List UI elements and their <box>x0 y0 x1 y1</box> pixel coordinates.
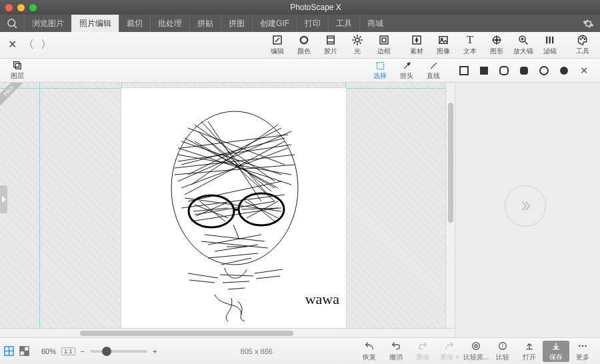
compare-button[interactable]: 比较 <box>489 341 516 362</box>
revert-icon <box>391 341 401 352</box>
light-button[interactable]: 光 <box>344 34 371 56</box>
compare-icon <box>497 341 508 352</box>
more-icon <box>577 341 588 352</box>
line-tool[interactable]: 直线 <box>420 60 447 81</box>
secondary-toolbar: 图层 选择 箭头 直线 ✕ <box>0 59 600 83</box>
filter-button[interactable]: 滤镜 <box>537 34 563 56</box>
edit-tool-group: 编辑 颜色 胶片 光 边框 <box>264 34 397 56</box>
canvas-viewport[interactable]: wawa <box>0 83 455 337</box>
tab-combine[interactable]: 拼图 <box>221 15 252 32</box>
redo-button[interactable]: 重做 <box>409 341 436 362</box>
image-button[interactable]: 图像 <box>430 34 457 56</box>
tab-photo-editor[interactable]: 照片编辑 <box>71 15 119 32</box>
canvas-dimensions: 805 x 866 <box>157 347 356 355</box>
background-toggle-icon[interactable] <box>19 346 29 356</box>
open-button[interactable]: 打开 <box>516 341 543 362</box>
svg-point-7 <box>355 38 359 42</box>
tab-print[interactable]: 打印 <box>297 15 328 32</box>
layers-button[interactable]: 图层 <box>4 60 31 81</box>
undo-button[interactable]: 恢复 <box>356 341 383 362</box>
revert-button[interactable]: 撤消 <box>383 341 409 362</box>
svg-rect-4 <box>327 36 335 44</box>
magnifier-icon <box>517 34 529 46</box>
next-page-button[interactable] <box>505 185 546 227</box>
shape-circle-outline[interactable] <box>539 65 549 76</box>
tool-label: 边框 <box>377 47 391 56</box>
next-icon[interactable]: 〉 <box>41 38 51 52</box>
shape-close-icon[interactable]: ✕ <box>579 65 589 76</box>
scrollbar-thumb[interactable] <box>448 103 453 223</box>
vertical-scrollbar[interactable] <box>445 83 455 328</box>
horizontal-scrollbar[interactable] <box>0 328 455 337</box>
arrow-icon <box>402 60 412 71</box>
zoom-out-button[interactable]: − <box>81 347 85 355</box>
tab-store[interactable]: 商城 <box>359 15 391 32</box>
tools-button[interactable]: 工具 <box>569 34 596 56</box>
svg-rect-58 <box>25 351 29 356</box>
compare-original-button[interactable]: 比较原... <box>463 341 489 362</box>
tab-label: 裁切 <box>127 18 143 29</box>
prev-icon[interactable]: 〈 <box>23 38 34 52</box>
home-icon[interactable] <box>0 15 24 32</box>
svg-rect-38 <box>377 62 383 69</box>
zoom-percent[interactable]: 60% <box>41 347 56 355</box>
svg-point-59 <box>473 343 480 350</box>
window-titlebar: PhotoScape X <box>0 0 600 15</box>
shape-square-outline[interactable] <box>459 65 469 76</box>
action-label: 更多 <box>576 353 589 362</box>
magnifier-button[interactable]: 放大镜 <box>510 34 537 56</box>
shape-square-fill[interactable] <box>479 65 489 76</box>
tab-gif[interactable]: 创建GIF <box>252 15 297 32</box>
grid-toggle-icon[interactable] <box>4 346 14 356</box>
svg-line-41 <box>431 63 437 69</box>
save-icon <box>551 341 561 352</box>
svg-rect-16 <box>380 36 388 44</box>
redo-plus-button[interactable]: 重做 + <box>436 341 463 362</box>
svg-rect-20 <box>439 37 447 44</box>
svg-point-35 <box>584 39 585 40</box>
zoom-fit-button[interactable]: 1:1 <box>61 347 75 355</box>
edit-button[interactable]: 编辑 <box>264 34 291 56</box>
selection-tools: 选择 箭头 直线 <box>367 60 447 81</box>
text-button[interactable]: T 文本 <box>457 34 483 56</box>
settings-icon[interactable] <box>576 15 600 32</box>
frame-button[interactable]: 边框 <box>371 34 397 56</box>
scrollbar-thumb[interactable] <box>80 331 293 336</box>
zoom-controls: 60% 1:1 − + <box>41 347 157 355</box>
select-icon <box>375 60 385 71</box>
zoom-slider-knob[interactable] <box>102 347 111 356</box>
more-button[interactable]: 更多 <box>569 341 596 362</box>
redo-plus-icon <box>444 341 455 352</box>
tab-label: 拼图 <box>229 18 245 29</box>
tool-label: 工具 <box>576 47 589 56</box>
shape-rounded-outline[interactable] <box>499 65 509 76</box>
left-drawer-handle[interactable] <box>0 185 7 213</box>
tab-batch[interactable]: 批处理 <box>150 15 189 32</box>
edit-icon <box>271 34 283 46</box>
close-document-icon[interactable]: ✕ <box>8 38 17 52</box>
sticker-button[interactable]: 素材 <box>403 34 430 56</box>
tool-label: 图形 <box>490 47 503 56</box>
svg-point-60 <box>475 345 477 347</box>
minimize-window-button[interactable] <box>17 4 25 11</box>
save-button[interactable]: 保存 <box>543 341 569 362</box>
svg-point-47 <box>560 67 568 75</box>
shape-button[interactable]: 图形 <box>483 34 510 56</box>
tab-browse[interactable]: 浏览图片 <box>24 15 71 32</box>
close-window-button[interactable] <box>5 4 13 11</box>
arrow-tool[interactable]: 箭头 <box>393 60 420 81</box>
zoom-slider[interactable] <box>90 350 147 353</box>
shape-circle-fill[interactable] <box>559 65 569 76</box>
svg-rect-43 <box>480 67 488 75</box>
tab-crop[interactable]: 裁切 <box>119 15 150 32</box>
light-icon <box>351 34 363 46</box>
window-controls <box>5 4 37 11</box>
film-button[interactable]: 胶片 <box>317 34 344 56</box>
zoom-window-button[interactable] <box>29 4 37 11</box>
select-tool[interactable]: 选择 <box>367 60 393 81</box>
color-button[interactable]: 颜色 <box>291 34 317 56</box>
svg-point-46 <box>540 67 548 75</box>
shape-rounded-fill[interactable] <box>519 65 529 76</box>
tab-tools[interactable]: 工具 <box>328 15 359 32</box>
tab-collage[interactable]: 拼贴 <box>189 15 221 32</box>
